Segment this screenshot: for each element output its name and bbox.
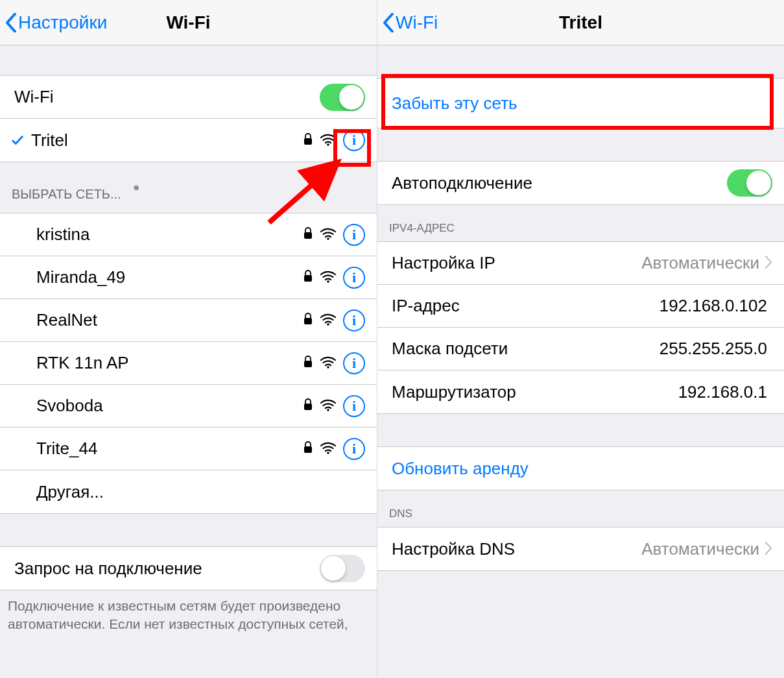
network-name: RealNet [36, 310, 303, 330]
router-value: 192.168.0.1 [678, 382, 767, 402]
other-network-label: Другая... [36, 482, 365, 502]
lock-icon [303, 267, 313, 287]
autojoin-toggle[interactable] [727, 169, 772, 197]
svg-rect-6 [304, 318, 312, 324]
network-name: Svoboda [36, 396, 303, 416]
ipv4-group: Настройка IP Автоматически IP-адрес 192.… [377, 241, 784, 414]
back-label: Настройки [18, 12, 107, 33]
svg-point-13 [327, 452, 329, 454]
wifi-signal-icon [320, 439, 337, 459]
wifi-toggle-label: Wi-Fi [14, 87, 320, 107]
dns-config-label: Настройка DNS [392, 539, 641, 559]
forget-network-group: Забыть эту сеть [377, 78, 784, 128]
info-icon[interactable]: i [343, 224, 365, 246]
network-name: Trite_44 [36, 439, 303, 459]
other-network-row[interactable]: Другая... [0, 470, 377, 513]
router-label: Маршрутизатор [392, 382, 678, 402]
forget-network-label: Забыть эту сеть [392, 93, 772, 114]
network-name: RTK 11n AP [36, 353, 303, 373]
lock-icon [303, 396, 313, 416]
svg-point-3 [327, 237, 329, 240]
back-label: Wi-Fi [396, 12, 438, 33]
svg-rect-4 [304, 275, 312, 282]
network-row[interactable]: RTK 11n AP i [0, 342, 377, 385]
ask-to-join-row[interactable]: Запрос на подключение [0, 547, 377, 590]
ip-config-value: Автоматически [641, 253, 759, 273]
ask-to-join-label: Запрос на подключение [14, 559, 320, 579]
subnet-mask-value: 255.255.255.0 [659, 339, 767, 359]
chevron-left-icon [5, 13, 17, 32]
info-icon[interactable]: i [343, 129, 365, 151]
dns-config-row[interactable]: Настройка DNS Автоматически [377, 527, 784, 570]
network-name: kristina [36, 224, 303, 245]
forget-network-button[interactable]: Забыть эту сеть [377, 79, 784, 128]
ask-to-join-group: Запрос на подключение [0, 546, 377, 590]
choose-network-header: ВЫБРАТЬ СЕТЬ... [0, 162, 377, 213]
connected-network-row[interactable]: Tritel i [0, 119, 377, 162]
wifi-signal-icon [320, 130, 337, 151]
ip-config-row[interactable]: Настройка IP Автоматически [377, 242, 784, 285]
network-row[interactable]: Miranda_49 i [0, 256, 377, 299]
wifi-signal-icon [320, 353, 337, 373]
renew-lease-group: Обновить аренду [377, 446, 784, 490]
info-icon[interactable]: i [343, 309, 365, 332]
chevron-right-icon [765, 539, 772, 559]
lock-icon [303, 224, 313, 245]
info-icon[interactable]: i [343, 352, 365, 374]
wifi-toggle-row[interactable]: Wi-Fi [0, 76, 377, 119]
lock-icon [303, 130, 313, 151]
ip-address-row: IP-адрес 192.168.0.102 [377, 285, 784, 328]
checkmark-icon [8, 133, 27, 147]
navbar: Wi-Fi Tritel [377, 0, 784, 45]
wifi-signal-icon [320, 396, 337, 416]
svg-point-5 [327, 280, 329, 283]
svg-point-9 [327, 366, 329, 369]
wifi-signal-icon [320, 267, 337, 287]
ipv4-section-header: IPV4-АДРЕС [377, 205, 784, 241]
svg-point-1 [327, 143, 329, 146]
wifi-toggle[interactable] [320, 84, 365, 111]
dns-group: Настройка DNS Автоматически [377, 527, 784, 571]
info-icon[interactable]: i [343, 395, 365, 417]
navbar: Настройки Wi-Fi [0, 0, 377, 45]
subnet-mask-label: Маска подсети [392, 339, 659, 359]
autojoin-row[interactable]: Автоподключение [377, 162, 784, 204]
back-button[interactable]: Настройки [5, 12, 107, 33]
dns-section-header: DNS [377, 490, 784, 527]
back-button[interactable]: Wi-Fi [383, 12, 438, 33]
loading-spinner-icon [128, 186, 145, 202]
wifi-toggle-group: Wi-Fi Tritel i [0, 75, 377, 162]
lock-icon [303, 439, 313, 459]
network-row[interactable]: Svoboda i [0, 385, 377, 428]
svg-rect-0 [304, 138, 312, 145]
ask-to-join-toggle[interactable] [320, 555, 365, 582]
connected-network-name: Tritel [31, 130, 303, 151]
lock-icon [303, 310, 313, 330]
page-title: Tritel [377, 12, 784, 33]
info-icon[interactable]: i [343, 438, 365, 460]
footer-note: Подключение к известным сетям будет прои… [0, 590, 377, 634]
svg-rect-10 [304, 404, 312, 410]
info-icon[interactable]: i [343, 267, 365, 289]
svg-point-7 [327, 323, 329, 326]
dns-config-value: Автоматически [641, 539, 759, 559]
network-row[interactable]: RealNet i [0, 299, 377, 342]
network-name: Miranda_49 [36, 267, 303, 287]
ip-address-value: 192.168.0.102 [659, 296, 767, 316]
available-networks-group: kristina i Miranda_49 i RealNet i [0, 213, 377, 514]
ip-config-label: Настройка IP [392, 253, 641, 273]
svg-rect-2 [304, 232, 312, 239]
svg-rect-12 [304, 446, 312, 453]
ip-address-label: IP-адрес [392, 296, 659, 316]
wifi-settings-screen: Настройки Wi-Fi Wi-Fi Tritel i [0, 0, 377, 678]
wifi-signal-icon [320, 310, 337, 330]
renew-lease-label: Обновить аренду [392, 459, 772, 479]
autojoin-label: Автоподключение [392, 173, 727, 193]
renew-lease-button[interactable]: Обновить аренду [377, 447, 784, 490]
chevron-left-icon [383, 13, 394, 32]
network-row[interactable]: kristina i [0, 213, 377, 256]
svg-point-11 [327, 409, 329, 411]
subnet-mask-row: Маска подсети 255.255.255.0 [377, 328, 784, 370]
wifi-signal-icon [320, 224, 337, 245]
network-row[interactable]: Trite_44 i [0, 428, 377, 470]
